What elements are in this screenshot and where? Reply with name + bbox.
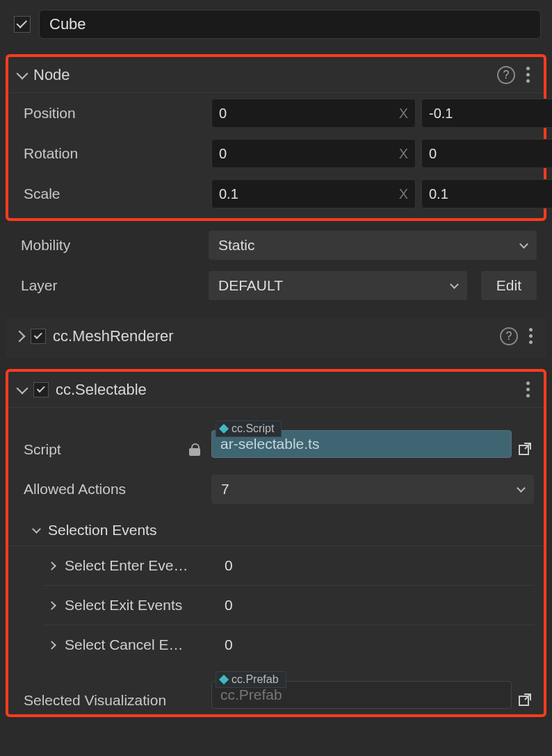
chevron-down-icon [17, 67, 29, 79]
chevron-right-icon [47, 561, 56, 570]
position-y-input[interactable] [429, 106, 552, 122]
rotation-row: Rotation X Y Z [8, 133, 544, 174]
select-enter-label: Select Enter Eve… [65, 557, 211, 574]
mesh-renderer-section: cc.MeshRenderer ? [6, 318, 546, 358]
popout-icon[interactable] [517, 692, 534, 709]
menu-icon[interactable] [522, 379, 534, 400]
select-exit-row[interactable]: Select Exit Events 0 [8, 589, 544, 622]
help-icon[interactable]: ? [497, 66, 515, 84]
allowed-actions-select[interactable]: 7 [211, 475, 534, 504]
mesh-renderer-title: cc.MeshRenderer [53, 327, 174, 345]
enabled-checkbox[interactable] [14, 16, 31, 33]
select-cancel-row[interactable]: Select Cancel E… 0 [8, 628, 544, 662]
node-section: Node ? Position X Y Z Rotation X Y Z Sca… [6, 54, 546, 221]
check-icon [17, 17, 28, 28]
position-label: Position [24, 105, 204, 122]
layer-label: Layer [21, 277, 202, 294]
allowed-actions-label: Allowed Actions [24, 481, 204, 498]
scale-x-input[interactable] [219, 186, 395, 202]
rotation-label: Rotation [24, 145, 204, 162]
mesh-renderer-header[interactable]: cc.MeshRenderer ? [6, 318, 546, 354]
check-icon [36, 384, 44, 392]
node-title: Node [33, 66, 70, 84]
rotation-x-input[interactable] [219, 146, 395, 162]
chevron-right-icon [47, 641, 56, 650]
node-name-input[interactable] [39, 10, 541, 39]
chevron-down-icon [17, 382, 29, 394]
select-exit-label: Select Exit Events [65, 597, 211, 614]
selection-events-header[interactable]: Selection Events [8, 509, 544, 546]
scale-row: Scale X Y Z [8, 174, 544, 214]
check-icon [33, 330, 42, 338]
script-type-tag: cc.Script [216, 420, 282, 437]
mobility-label: Mobility [21, 237, 202, 254]
help-icon[interactable]: ? [500, 327, 518, 345]
mobility-select[interactable]: Static [209, 231, 537, 260]
select-cancel-label: Select Cancel E… [65, 636, 211, 653]
select-cancel-value: 0 [220, 636, 534, 653]
diamond-icon [219, 675, 229, 684]
diamond-icon [219, 424, 229, 434]
divider [43, 585, 534, 586]
menu-icon[interactable] [522, 64, 534, 85]
chevron-down-icon [32, 525, 41, 534]
mesh-renderer-enabled-checkbox[interactable] [31, 329, 46, 344]
menu-icon[interactable] [525, 325, 537, 347]
select-enter-value: 0 [220, 557, 534, 574]
layer-value: DEFAULT [218, 277, 283, 294]
chevron-down-icon [517, 484, 526, 493]
scale-y-input[interactable] [429, 186, 552, 202]
selectable-title: cc.Selectable [56, 381, 147, 399]
rotation-y-input[interactable] [429, 146, 552, 162]
popout-icon[interactable] [517, 441, 534, 458]
selectable-header[interactable]: cc.Selectable [8, 372, 544, 408]
select-enter-row[interactable]: Select Enter Eve… 0 [8, 549, 544, 582]
select-exit-value: 0 [220, 597, 534, 614]
chevron-down-icon [450, 280, 459, 289]
layer-select[interactable]: DEFAULT [209, 271, 467, 300]
divider [43, 625, 534, 625]
position-row: Position X Y Z [8, 93, 544, 133]
script-label: Script [24, 441, 182, 458]
selectable-enabled-checkbox[interactable] [33, 382, 49, 397]
selected-viz-label: Selected Visualization [24, 692, 204, 709]
chevron-right-icon [47, 601, 56, 610]
mobility-value: Static [218, 237, 255, 254]
layer-edit-button[interactable]: Edit [481, 271, 537, 300]
node-header[interactable]: Node ? [8, 57, 544, 93]
scale-label: Scale [24, 186, 204, 202]
position-x-input[interactable] [219, 106, 395, 122]
axis-x-label: X [395, 106, 408, 122]
prefab-type-tag: cc.Prefab [216, 671, 286, 688]
selectable-section: cc.Selectable Script cc.Script ar-select… [6, 369, 546, 717]
allowed-actions-value: 7 [221, 481, 229, 498]
chevron-down-icon [519, 240, 528, 249]
lock-icon [189, 443, 200, 456]
chevron-right-icon [14, 330, 26, 342]
